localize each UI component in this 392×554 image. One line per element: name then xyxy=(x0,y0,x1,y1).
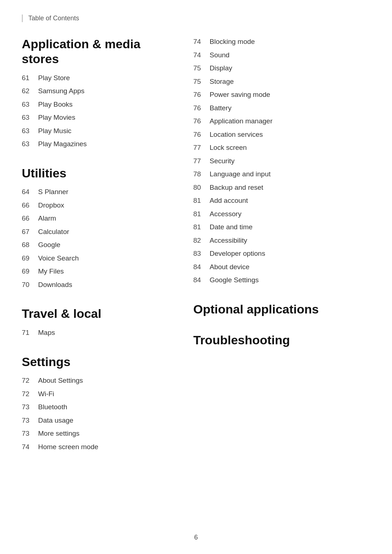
list-item: 84Google Settings xyxy=(193,275,371,286)
list-item: 73Bluetooth xyxy=(22,402,172,413)
toc-list-settings: 72About Settings72Wi-Fi73Bluetooth73Data… xyxy=(22,376,172,452)
section-travel-local: Travel & local71Maps xyxy=(22,306,172,338)
list-item: 69My Files xyxy=(22,266,172,277)
toc-number: 81 xyxy=(193,209,210,219)
section-title-travel-local: Travel & local xyxy=(22,306,172,321)
section-utilities: Utilities64S Planner66Dropbox66Alarm67Ca… xyxy=(22,166,172,290)
toc-number: 70 xyxy=(22,280,38,290)
toc-number: 63 xyxy=(22,139,38,149)
list-item: 82Accessibility xyxy=(193,235,371,246)
section-troubleshooting: Troubleshooting xyxy=(193,333,371,348)
toc-number: 84 xyxy=(193,275,210,286)
toc-number: 80 xyxy=(193,182,210,193)
section-title-optional-apps: Optional applications xyxy=(193,302,371,317)
page-container: Table of Contents Application & media st… xyxy=(0,0,392,554)
toc-label: Bluetooth xyxy=(38,402,67,413)
list-item: 64S Planner xyxy=(22,187,172,197)
right-column: 74Blocking mode74Sound75Display75Storage… xyxy=(186,37,371,468)
toc-list-utilities: 64S Planner66Dropbox66Alarm67Calculator6… xyxy=(22,187,172,290)
toc-label: Power saving mode xyxy=(210,90,270,100)
list-item: 74Home screen mode xyxy=(22,442,172,452)
section-optional-apps: Optional applications xyxy=(193,302,371,317)
toc-label: Calculator xyxy=(38,227,69,237)
list-item: 81Add account xyxy=(193,196,371,206)
list-item: 83Developer options xyxy=(193,249,371,259)
list-item: 71Maps xyxy=(22,328,172,338)
list-item: 63Play Books xyxy=(22,99,172,110)
list-item: 76Application manager xyxy=(193,116,371,127)
toc-label: Storage xyxy=(210,77,234,87)
toc-number: 73 xyxy=(22,415,38,426)
toc-label: Voice Search xyxy=(38,253,79,264)
toc-label: More settings xyxy=(38,428,79,439)
toc-label: Application manager xyxy=(210,116,273,127)
list-item: 69Voice Search xyxy=(22,253,172,264)
toc-number: 76 xyxy=(193,130,210,140)
list-item: 74Sound xyxy=(193,50,371,61)
toc-label: My Files xyxy=(38,266,64,277)
left-column: Application & media stores61Play Store62… xyxy=(22,37,186,468)
toc-label: Play Magazines xyxy=(38,139,87,149)
list-item: 80Backup and reset xyxy=(193,182,371,193)
toc-label: Play Books xyxy=(38,99,73,110)
toc-number: 81 xyxy=(193,196,210,206)
toc-label: Google xyxy=(38,240,60,250)
toc-number: 73 xyxy=(22,428,38,439)
toc-label: Date and time xyxy=(210,222,253,233)
toc-label: Developer options xyxy=(210,249,265,259)
list-item: 68Google xyxy=(22,240,172,250)
list-item: 81Accessory xyxy=(193,209,371,219)
toc-label: About Settings xyxy=(38,376,83,386)
toc-number: 67 xyxy=(22,227,38,237)
header-label: Table of Contents xyxy=(22,15,370,22)
list-item: 76Location services xyxy=(193,130,371,140)
toc-label: Accessory xyxy=(210,209,242,219)
toc-number: 71 xyxy=(22,328,38,338)
toc-label: Lock screen xyxy=(210,143,247,153)
list-item: 73More settings xyxy=(22,428,172,439)
list-item: 63Play Magazines xyxy=(22,139,172,149)
toc-number: 83 xyxy=(193,249,210,259)
toc-number: 66 xyxy=(22,213,38,224)
list-item: 66Dropbox xyxy=(22,200,172,211)
toc-number: 63 xyxy=(22,99,38,110)
toc-list-settings-continued: 74Blocking mode74Sound75Display75Storage… xyxy=(193,37,371,286)
toc-number: 76 xyxy=(193,90,210,100)
toc-label: Google Settings xyxy=(210,275,259,286)
toc-label: Play Store xyxy=(38,73,70,83)
toc-number: 72 xyxy=(22,376,38,386)
section-app-media: Application & media stores61Play Store62… xyxy=(22,37,172,149)
list-item: 73Data usage xyxy=(22,415,172,426)
toc-label: Sound xyxy=(210,50,230,61)
toc-label: Location services xyxy=(210,130,263,140)
toc-number: 74 xyxy=(193,50,210,61)
toc-number: 76 xyxy=(193,116,210,127)
section-settings: Settings72About Settings72Wi-Fi73Bluetoo… xyxy=(22,354,172,452)
toc-number: 75 xyxy=(193,77,210,87)
list-item: 75Display xyxy=(193,63,371,74)
toc-number: 74 xyxy=(22,442,38,452)
toc-label: Language and input xyxy=(210,169,271,180)
toc-number: 78 xyxy=(193,169,210,180)
toc-label: Downloads xyxy=(38,280,72,290)
list-item: 63Play Music xyxy=(22,126,172,136)
section-title-troubleshooting: Troubleshooting xyxy=(193,333,371,348)
toc-number: 81 xyxy=(193,222,210,233)
list-item: 70Downloads xyxy=(22,280,172,290)
toc-label: Accessibility xyxy=(210,235,247,246)
toc-number: 73 xyxy=(22,402,38,413)
toc-label: Display xyxy=(210,63,232,74)
toc-number: 63 xyxy=(22,126,38,136)
list-item: 67Calculator xyxy=(22,227,172,237)
toc-label: Samsung Apps xyxy=(38,86,85,97)
section-title-settings: Settings xyxy=(22,354,172,369)
toc-label: Home screen mode xyxy=(38,442,98,452)
toc-number: 66 xyxy=(22,200,38,211)
toc-number: 72 xyxy=(22,389,38,399)
section-title-utilities: Utilities xyxy=(22,166,172,181)
list-item: 78Language and input xyxy=(193,169,371,180)
list-item: 77Security xyxy=(193,156,371,167)
list-item: 62Samsung Apps xyxy=(22,86,172,97)
list-item: 63Play Movies xyxy=(22,112,172,123)
toc-label: S Planner xyxy=(38,187,68,197)
